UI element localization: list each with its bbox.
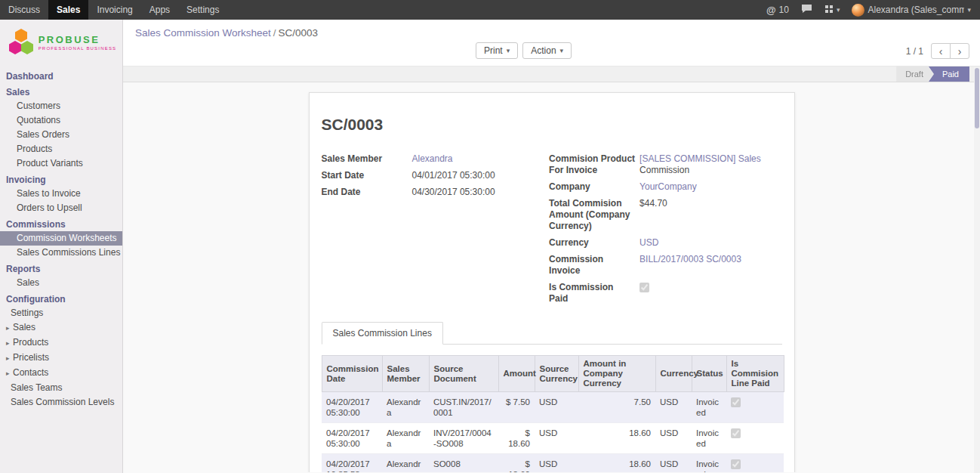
pager: 1 / 1 ‹ › — [906, 43, 969, 59]
sidebar-item-label: Pricelists — [13, 352, 49, 363]
cell-sales-member: Alexandra — [382, 392, 429, 423]
commission-line-row[interactable]: 04/20/2017 05:30:00 Alexandra INV/2017/0… — [322, 423, 784, 454]
vertical-scrollbar[interactable] — [974, 67, 980, 473]
print-button[interactable]: Print▾ — [476, 42, 518, 59]
avatar — [852, 4, 864, 17]
sidebar-item-label: Contacts — [13, 367, 48, 378]
expand-arrow-icon: ▸ — [6, 323, 13, 334]
sidebar-item-commission-worksheets[interactable]: Commission Worksheets — [0, 231, 122, 246]
pager-next-button[interactable]: › — [950, 43, 969, 59]
pager-previous-button[interactable]: ‹ — [931, 43, 951, 59]
sidebar-item-settings[interactable]: Settings — [0, 306, 122, 320]
sidebar-item-sales-teams[interactable]: Sales Teams — [0, 381, 122, 395]
logo-text: PROBUSE — [39, 35, 117, 45]
sidebar-heading-sales[interactable]: Sales — [0, 83, 122, 99]
col-header-line-paid[interactable]: Is Commision Line Paid — [726, 356, 784, 392]
is-commission-paid-checkbox[interactable] — [639, 283, 649, 292]
sidebar-item-reports-sales[interactable]: Sales — [0, 276, 122, 290]
cell-status: Invoiced — [692, 454, 726, 473]
field-value-start-date: 04/01/2017 05:30:00 — [412, 170, 495, 181]
record-title: SC/0003 — [322, 116, 782, 134]
sidebar-item-orders-to-upsell[interactable]: Orders to Upsell — [0, 201, 122, 215]
line-paid-checkbox[interactable] — [731, 397, 741, 407]
user-menu[interactable]: Alexandra (Sales_comm... ▾ — [846, 0, 977, 20]
col-header-currency[interactable]: Currency — [655, 356, 692, 392]
field-label-sales-member: Sales Member — [322, 153, 412, 165]
cell-commission-date: 04/20/2017 05:30:00 — [322, 423, 382, 454]
sidebar-item-sales-commissions-lines[interactable]: Sales Commissions Lines — [0, 246, 122, 260]
statusbar: Draft Paid — [123, 66, 980, 82]
sidebar-heading-commissions[interactable]: Commissions — [0, 215, 122, 231]
field-value-company[interactable]: YourCompany — [639, 181, 697, 193]
topbar-menu-invoicing[interactable]: Invoicing — [88, 0, 140, 20]
main-layout: PROBUSE PROFESSIONAL BUSINESS Dashboard … — [0, 20, 980, 473]
topbar-menu-settings[interactable]: Settings — [178, 0, 227, 20]
sidebar-item-customers[interactable]: Customers — [0, 99, 122, 113]
app-root: Discuss Sales Invoicing Apps Settings @ … — [0, 0, 980, 473]
messages-menu[interactable] — [795, 0, 818, 20]
apps-switcher-menu[interactable]: ▾ — [818, 0, 846, 20]
col-header-sales-member[interactable]: Sales Member — [382, 356, 429, 392]
line-paid-checkbox[interactable] — [731, 459, 741, 469]
line-paid-checkbox[interactable] — [731, 428, 741, 438]
sidebar-item-label: Sales — [13, 322, 35, 332]
app-logo[interactable]: PROBUSE PROFESSIONAL BUSINESS — [0, 20, 122, 67]
sidebar-heading-reports[interactable]: Reports — [0, 260, 122, 276]
cell-sales-member: Alexandra — [382, 454, 429, 473]
tab-sales-commission-lines[interactable]: Sales Commission Lines — [322, 322, 443, 345]
cell-amount: $ 18.60 — [498, 423, 535, 454]
topbar-menu-sales[interactable]: Sales — [48, 0, 88, 20]
col-header-source-currency[interactable]: Source Currency — [535, 356, 578, 392]
form-view-area: SC/0003 Sales Member Alexandra Start Dat… — [123, 82, 980, 472]
cell-source-currency: USD — [535, 423, 578, 454]
logo-hexagons-icon — [6, 27, 36, 58]
col-header-amount-company[interactable]: Amount in Company Currency — [578, 356, 655, 392]
commission-line-row[interactable]: 04/20/2017 10:35:53 Alexandra SO008 $ 18… — [322, 454, 784, 473]
field-group-right: Commision Product For Invoice [SALES COM… — [549, 153, 781, 310]
sidebar-heading-invoicing[interactable]: Invoicing — [0, 171, 122, 187]
commission-line-row[interactable]: 04/20/2017 05:30:00 Alexandra CUST.IN/20… — [322, 392, 784, 423]
cell-line-paid — [726, 392, 784, 423]
chevron-down-icon: ▾ — [967, 6, 971, 14]
field-label-total-commission: Total Commision Amount (Company Currency… — [549, 198, 639, 232]
topbar-menu-discuss[interactable]: Discuss — [0, 0, 48, 20]
cell-amount-company: 7.50 — [578, 392, 655, 423]
col-header-amount[interactable]: Amount — [498, 356, 535, 392]
field-value-currency[interactable]: USD — [639, 237, 658, 249]
sidebar-item-products[interactable]: Products — [0, 142, 122, 156]
status-stage-draft[interactable]: Draft — [896, 66, 933, 82]
cell-source-document: SO008 — [429, 454, 498, 473]
sidebar-heading-configuration[interactable]: Configuration — [0, 290, 122, 306]
user-menu-label: Alexandra (Sales_comm... — [868, 5, 964, 15]
systray: @ 10 ▾ Alexandra (Sales_comm.. — [760, 0, 980, 20]
content: Sales Commission Worksheet/SC/0003 Print… — [123, 20, 980, 473]
sidebar-item-config-contacts[interactable]: ▸Contacts — [0, 366, 122, 381]
breadcrumb-parent-link[interactable]: Sales Commission Worksheet — [135, 27, 271, 39]
col-header-commission-date[interactable]: Commission Date — [322, 356, 382, 392]
action-button[interactable]: Action▾ — [522, 42, 572, 59]
sidebar-item-sales-to-invoice[interactable]: Sales to Invoice — [0, 187, 122, 201]
breadcrumb: Sales Commission Worksheet/SC/0003 — [135, 27, 318, 39]
field-label-start-date: Start Date — [322, 170, 412, 181]
topbar-menu-apps[interactable]: Apps — [141, 0, 178, 20]
sidebar-heading-dashboard[interactable]: Dashboard — [0, 67, 122, 83]
status-stage-paid[interactable]: Paid — [929, 66, 969, 82]
col-header-status[interactable]: Status — [692, 356, 726, 392]
sidebar-item-quotations[interactable]: Quotations — [0, 113, 122, 128]
sidebar-item-config-products[interactable]: ▸Products — [0, 335, 122, 351]
field-value-commission-invoice[interactable]: BILL/2017/0003 SC/0003 — [639, 254, 741, 265]
field-label-end-date: End Date — [322, 187, 412, 198]
activities-menu[interactable]: @ 10 — [760, 0, 795, 20]
field-value-sales-member[interactable]: Alexandra — [412, 153, 453, 165]
scrollbar-thumb[interactable] — [975, 68, 979, 128]
sidebar-item-product-variants[interactable]: Product Variants — [0, 156, 122, 171]
cell-sales-member: Alexandra — [382, 423, 429, 454]
col-header-source-document[interactable]: Source Document — [429, 356, 498, 392]
field-value-total-commission: $44.70 — [639, 198, 667, 209]
sidebar-item-sales-commission-levels[interactable]: Sales Commission Levels — [0, 395, 122, 410]
commission-product-link[interactable]: [SALES COMMISSION] Sales — [639, 153, 761, 164]
sidebar-item-sales-orders[interactable]: Sales Orders — [0, 128, 122, 142]
sidebar-item-config-pricelists[interactable]: ▸Pricelists — [0, 351, 122, 366]
breadcrumb-separator: / — [271, 27, 279, 39]
sidebar-item-config-sales[interactable]: ▸Sales — [0, 320, 122, 335]
